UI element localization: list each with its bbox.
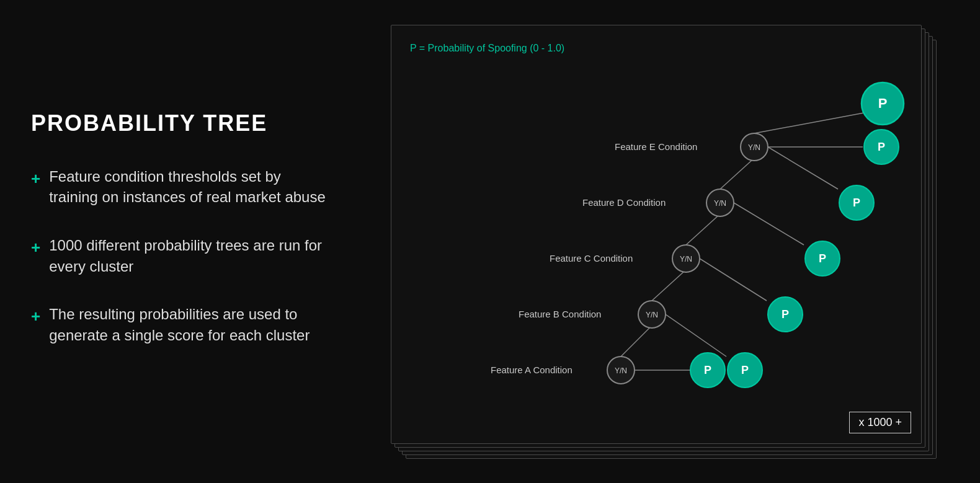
main-card: P = Probability of Spoofing (0 - 1.0) — [391, 25, 922, 444]
svg-line-2 — [666, 314, 726, 357]
tree-container: Feature A Condition Feature B Condition … — [410, 66, 902, 426]
p-label-e2: P — [878, 141, 885, 153]
yn-label-b: Y/N — [646, 311, 658, 319]
left-panel: PROBABILITY TREE + Feature condition thr… — [0, 86, 360, 398]
bullet-text-1: Feature condition thresholds set by trai… — [49, 166, 329, 208]
svg-line-3 — [652, 270, 686, 301]
yn-label-e: Y/N — [748, 143, 760, 152]
feature-c-label: Feature C Condition — [550, 253, 633, 264]
page-title: PROBABILITY TREE — [31, 110, 329, 136]
bullet-plus-3: + — [31, 305, 40, 327]
feature-e-label: Feature E Condition — [615, 141, 697, 152]
svg-line-7 — [720, 158, 754, 189]
feature-b-label: Feature B Condition — [519, 309, 601, 319]
svg-line-6 — [734, 203, 804, 245]
p-label-top: P — [878, 95, 888, 111]
p-label-a: P — [704, 364, 711, 376]
bullet-item-2: + 1000 different probability trees are r… — [31, 235, 329, 277]
svg-line-1 — [621, 326, 652, 357]
svg-line-9 — [754, 111, 874, 133]
bullet-plus-1: + — [31, 167, 40, 190]
multiplier-badge: x 1000 + — [849, 412, 911, 433]
right-panel: P = Probability of Spoofing (0 - 1.0) — [360, 0, 980, 483]
feature-a-label: Feature A Condition — [491, 365, 572, 375]
svg-line-8 — [768, 147, 838, 189]
yn-label-c: Y/N — [680, 255, 692, 264]
p-label-d: P — [819, 252, 826, 265]
svg-line-5 — [686, 214, 720, 245]
p-label-e: P — [853, 197, 860, 209]
bullet-plus-2: + — [31, 236, 40, 259]
card-stack: P = Probability of Spoofing (0 - 1.0) — [391, 25, 937, 459]
p-label-b: P — [741, 364, 749, 376]
yn-label-a: Y/N — [615, 366, 627, 375]
bullet-text-2: 1000 different probability trees are run… — [49, 235, 329, 277]
bullet-text-3: The resulting probabilities are used to … — [49, 304, 329, 345]
bullet-item-3: + The resulting probabilities are used t… — [31, 304, 329, 345]
bullet-item-1: + Feature condition thresholds set by tr… — [31, 166, 329, 208]
feature-d-label: Feature D Condition — [582, 197, 666, 208]
yn-label-d: Y/N — [714, 199, 726, 208]
tree-svg: Feature A Condition Feature B Condition … — [410, 66, 919, 420]
card-label: P = Probability of Spoofing (0 - 1.0) — [410, 43, 902, 54]
svg-line-4 — [700, 259, 767, 301]
p-label-c: P — [782, 308, 789, 321]
